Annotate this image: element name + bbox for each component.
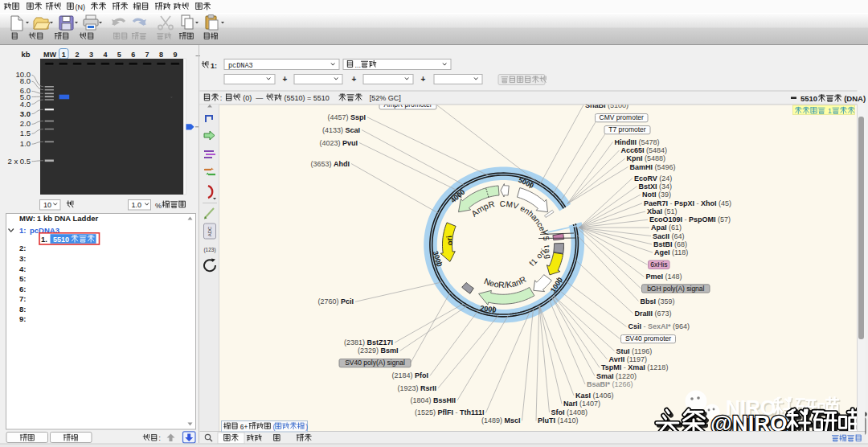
svg-text:pcDNA3: pcDNA3 bbox=[228, 62, 253, 70]
svg-text:TspMI - XmaI (1218): TspMI - XmaI (1218) bbox=[601, 363, 668, 371]
svg-text:1:: 1: bbox=[211, 62, 217, 70]
svg-text:1: 1 bbox=[828, 107, 832, 115]
svg-text:9: 9 bbox=[173, 51, 177, 59]
svg-text:SacII (64): SacII (64) bbox=[653, 232, 685, 240]
svg-text:(2760) PciI: (2760) PciI bbox=[317, 297, 354, 306]
svg-text:7:: 7: bbox=[19, 294, 26, 303]
svg-text:4: 4 bbox=[103, 51, 107, 59]
svg-text:kb: kb bbox=[21, 50, 30, 59]
svg-text:(4133) ScaI: (4133) ScaI bbox=[322, 126, 360, 134]
svg-text:8:: 8: bbox=[19, 305, 26, 314]
svg-text:DraIII (673): DraIII (673) bbox=[635, 310, 672, 318]
svg-text:+: + bbox=[283, 75, 288, 84]
svg-text:StuI (1196): StuI (1196) bbox=[616, 347, 653, 355]
svg-text:Acc65I (5484): Acc65I (5484) bbox=[621, 146, 668, 154]
svg-text:3: 3 bbox=[89, 51, 93, 59]
svg-text:ori: ori bbox=[444, 236, 454, 246]
svg-text:BstBI (68): BstBI (68) bbox=[653, 240, 687, 248]
svg-text:1: 1 bbox=[62, 51, 66, 59]
svg-text:NarI (1407): NarI (1407) bbox=[563, 400, 600, 408]
svg-text:10: 10 bbox=[43, 201, 51, 209]
svg-text:4.0: 4.0 bbox=[20, 100, 31, 109]
svg-text:2:: 2: bbox=[19, 244, 26, 252]
svg-text:1.5: 1.5 bbox=[20, 129, 31, 137]
svg-text:1.0: 1.0 bbox=[132, 201, 142, 209]
svg-text:KasI (1406): KasI (1406) bbox=[575, 392, 614, 400]
svg-text:3.0: 3.0 bbox=[20, 109, 31, 118]
svg-text:KpnI (5488): KpnI (5488) bbox=[627, 154, 666, 162]
svg-text::: : bbox=[159, 434, 161, 442]
svg-text:5510: 5510 bbox=[800, 94, 817, 103]
svg-text:BbsI (359): BbsI (359) bbox=[641, 297, 675, 306]
svg-text:(2329) BsmI: (2329) BsmI bbox=[358, 347, 399, 355]
svg-text:1 kb DNA Ladder: 1 kb DNA Ladder bbox=[37, 214, 98, 223]
svg-text:4:: 4: bbox=[19, 265, 26, 273]
svg-text:[52% GC]: [52% GC] bbox=[370, 94, 401, 102]
svg-text:SV40 poly(A) signal: SV40 poly(A) signal bbox=[345, 359, 405, 367]
svg-text:(1804) BssHII: (1804) BssHII bbox=[410, 396, 456, 404]
svg-text:2: 2 bbox=[76, 51, 80, 59]
svg-text:...: ... bbox=[355, 61, 362, 69]
svg-text:6+: 6+ bbox=[240, 423, 248, 431]
svg-text:1.: 1. bbox=[41, 235, 47, 244]
svg-text:(DNA): (DNA) bbox=[844, 94, 866, 103]
svg-text:EcoRV (24): EcoRV (24) bbox=[634, 174, 672, 182]
svg-text:8.0: 8.0 bbox=[20, 76, 31, 85]
svg-text:(2381) BstZ17I: (2381) BstZ17I bbox=[344, 338, 393, 347]
svg-text:EcoO109I - PspOMI (57): EcoO109I - PspOMI (57) bbox=[649, 215, 731, 224]
svg-text:SfoI (1408): SfoI (1408) bbox=[551, 408, 588, 416]
svg-text:%: % bbox=[155, 202, 162, 210]
svg-text:+: + bbox=[352, 75, 357, 84]
svg-text:BstXI (34): BstXI (34) bbox=[639, 182, 673, 191]
svg-text:(1923) RsrII: (1923) RsrII bbox=[397, 384, 436, 392]
svg-text:BsaBI* (1266): BsaBI* (1266) bbox=[587, 380, 633, 388]
svg-text:NotI (39): NotI (39) bbox=[642, 191, 671, 199]
svg-text:(3653) AhdI: (3653) AhdI bbox=[310, 160, 350, 168]
svg-text:SV40 promoter: SV40 promoter bbox=[625, 334, 671, 342]
svg-text:(1525) PflFI - Tth111I: (1525) PflFI - Tth111I bbox=[415, 408, 485, 416]
svg-text:ApaI (61): ApaI (61) bbox=[651, 224, 682, 232]
svg-text:1:: 1: bbox=[19, 226, 26, 235]
svg-text:9:: 9: bbox=[19, 314, 26, 323]
svg-text:8: 8 bbox=[159, 51, 163, 59]
svg-text:MW: MW bbox=[43, 51, 56, 59]
svg-text:2.0: 2.0 bbox=[20, 119, 31, 128]
svg-text:HindIII (5478): HindIII (5478) bbox=[615, 138, 660, 146]
svg-text:(1489) MscI: (1489) MscI bbox=[481, 416, 521, 424]
svg-text::: : bbox=[220, 94, 223, 102]
svg-text:3:: 3: bbox=[19, 254, 26, 263]
svg-text:5510: 5510 bbox=[53, 236, 69, 244]
svg-text:6:: 6: bbox=[19, 285, 26, 293]
svg-text:AvrII (1197): AvrII (1197) bbox=[609, 355, 648, 363]
svg-text:bGH poly(A) signal: bGH poly(A) signal bbox=[647, 285, 704, 293]
svg-text:1.0: 1.0 bbox=[20, 139, 31, 148]
svg-text:5: 5 bbox=[117, 51, 121, 59]
svg-text:BamHI (5496): BamHI (5496) bbox=[630, 163, 676, 171]
svg-text:MW:: MW: bbox=[19, 214, 35, 223]
svg-text:(2184) PfoI: (2184) PfoI bbox=[391, 371, 428, 379]
svg-text:6xHis: 6xHis bbox=[650, 260, 667, 269]
svg-text:T7 promoter: T7 promoter bbox=[608, 125, 645, 133]
svg-text:—: — bbox=[256, 94, 263, 102]
svg-text:+: + bbox=[421, 75, 426, 84]
svg-text:CMV promoter: CMV promoter bbox=[600, 113, 644, 121]
svg-text:(4023) PvuI: (4023) PvuI bbox=[319, 139, 358, 147]
svg-text:(4457) SspI: (4457) SspI bbox=[327, 113, 366, 121]
svg-text:(5510) = 5510: (5510) = 5510 bbox=[285, 94, 330, 102]
svg-text:2 x 0.5: 2 x 0.5 bbox=[7, 157, 31, 166]
svg-text:AgeI (118): AgeI (118) bbox=[654, 248, 688, 256]
svg-text:(: ( bbox=[273, 423, 276, 431]
svg-text:(0): (0) bbox=[243, 94, 252, 102]
svg-text:(123): (123) bbox=[203, 247, 215, 253]
svg-text:CsiI - SexAI* (964): CsiI - SexAI* (964) bbox=[628, 322, 690, 330]
svg-text:XbaI (51): XbaI (51) bbox=[647, 207, 678, 215]
svg-text:PaeR7I - PspXI - XhoI (45): PaeR7I - PspXI - XhoI (45) bbox=[644, 199, 731, 207]
svg-text:7: 7 bbox=[145, 51, 149, 59]
svg-text:6: 6 bbox=[131, 51, 135, 59]
svg-text:5:: 5: bbox=[19, 274, 26, 283]
svg-text:ADC: ADC bbox=[207, 226, 212, 236]
svg-text:): ) bbox=[305, 423, 308, 431]
svg-text:(N): (N) bbox=[76, 3, 86, 11]
svg-text:PmeI (148): PmeI (148) bbox=[646, 273, 682, 281]
svg-text:SmaI (1220): SmaI (1220) bbox=[596, 372, 637, 380]
